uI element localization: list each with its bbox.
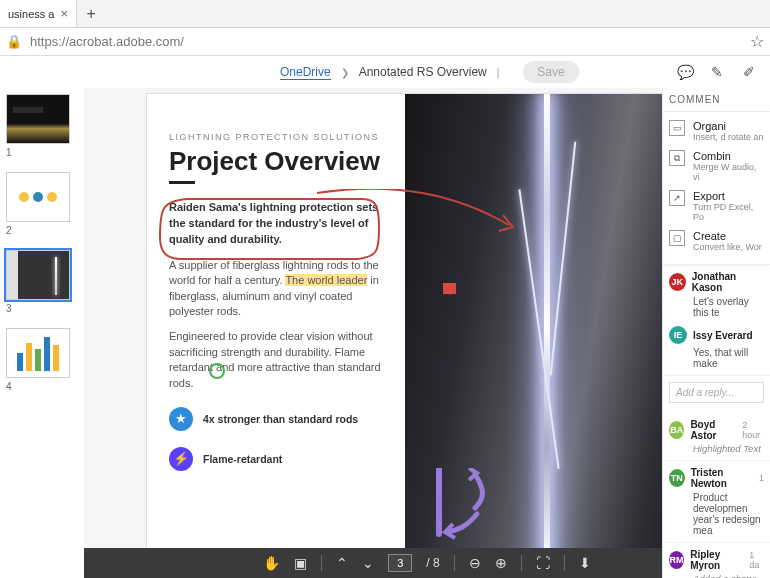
comment-thread[interactable]: JKJonathan Kason Let's overlay this te I…	[663, 265, 770, 376]
create-icon: ▢	[669, 230, 685, 246]
tool-organize[interactable]: ▭OrganiInsert, d rotate an	[663, 116, 770, 146]
download-icon[interactable]: ⬇	[579, 555, 591, 571]
prev-page-icon[interactable]: ⌃	[336, 555, 348, 571]
url-field[interactable]: https://acrobat.adobe.com/	[30, 34, 742, 49]
zoom-out-icon[interactable]: ⊖	[469, 555, 481, 571]
organize-icon: ▭	[669, 120, 685, 136]
eyebrow-text: LIGHTNING PROTECTION SOLUTIONS	[169, 132, 389, 142]
workspace: 1 2 3 4 LIGHTNING PROTECTION SOLUTIONS P…	[0, 88, 770, 578]
body-paragraph: A supplier of fiberglass lightning rods …	[169, 258, 389, 320]
fit-width-icon[interactable]: ⛶	[536, 555, 550, 571]
feature-row: ⚡ Flame-retardant	[169, 447, 389, 471]
avatar: JK	[669, 273, 686, 291]
breadcrumb-root[interactable]: OneDrive	[280, 65, 331, 80]
tool-combine[interactable]: ⧉CombinMerge W audio, vi	[663, 146, 770, 186]
avatar: RM	[669, 551, 684, 569]
avatar: TN	[669, 469, 685, 487]
page-total: / 8	[426, 556, 439, 570]
comment[interactable]: BABoyd Astor2 hour Highlighted Text	[663, 413, 770, 461]
tab-title: usiness a	[8, 8, 54, 20]
close-tab-icon[interactable]: ×	[60, 6, 68, 21]
combine-icon: ⧉	[669, 150, 685, 166]
new-tab-button[interactable]: +	[77, 0, 105, 27]
star-icon: ★	[169, 407, 193, 431]
next-page-icon[interactable]: ⌄	[362, 555, 374, 571]
tool-create[interactable]: ▢CreateConvert like, Wor	[663, 226, 770, 256]
page-title: Project Overview	[169, 146, 389, 177]
browser-tab[interactable]: usiness a ×	[0, 0, 77, 27]
tools-dropdown: ▭OrganiInsert, d rotate an ⧉CombinMerge …	[663, 112, 770, 265]
page-number-input[interactable]	[388, 554, 412, 572]
lead-paragraph: Raiden Sama's lightning protection sets …	[169, 200, 389, 248]
zoom-in-icon[interactable]: ⊕	[495, 555, 507, 571]
lock-icon: 🔒	[6, 34, 22, 49]
favorite-icon[interactable]: ☆	[750, 32, 764, 51]
reply-input[interactable]: Add a reply...	[669, 382, 764, 403]
save-button[interactable]: Save	[523, 61, 578, 83]
hand-tool-icon[interactable]: ✋	[263, 555, 280, 571]
right-panel: COMMEN ▭OrganiInsert, d rotate an ⧉Combi…	[662, 88, 770, 578]
breadcrumb-current: Annotated RS Overview	[359, 65, 487, 79]
highlight-icon[interactable]: ✎	[706, 61, 728, 83]
select-tool-icon[interactable]: ▣	[294, 555, 307, 571]
separator: |	[497, 67, 500, 78]
comment-icon[interactable]: 💬	[674, 61, 696, 83]
document-page: LIGHTNING PROTECTION SOLUTIONS Project O…	[147, 94, 707, 564]
chevron-right-icon: ❯	[341, 67, 349, 78]
app-header: OneDrive ❯ Annotated RS Overview | Save …	[0, 56, 770, 88]
thumbnail[interactable]: 2	[6, 172, 78, 236]
comment[interactable]: TNTristen Newton1 Product developmen yea…	[663, 461, 770, 543]
bolt-icon: ⚡	[169, 447, 193, 471]
draw-icon[interactable]: ✐	[738, 61, 760, 83]
browser-tab-bar: usiness a × +	[0, 0, 770, 28]
stamp-icon	[209, 363, 225, 379]
breadcrumb: OneDrive ❯ Annotated RS Overview | Save	[280, 61, 579, 83]
sticky-note-icon[interactable]	[443, 283, 456, 294]
thumbnail[interactable]: 1	[6, 94, 78, 158]
export-icon: ↗	[669, 190, 685, 206]
thumbnail-panel: 1 2 3 4	[0, 88, 84, 578]
highlighted-text[interactable]: The world leader	[285, 274, 367, 286]
thumbnail[interactable]: 3	[6, 250, 78, 314]
tool-export[interactable]: ↗ExportTurn PD Excel, Po	[663, 186, 770, 226]
comments-header: COMMEN	[663, 88, 770, 112]
avatar: IE	[669, 326, 687, 344]
body-paragraph: Engineered to provide clear vision witho…	[169, 329, 389, 391]
address-bar: 🔒 https://acrobat.adobe.com/ ☆	[0, 28, 770, 56]
avatar: BA	[669, 421, 684, 439]
thumbnail[interactable]: 4	[6, 328, 78, 392]
comment[interactable]: RMRipley Myron1 da Added a shape	[663, 543, 770, 578]
feature-row: ★ 4x stronger than standard rods	[169, 407, 389, 431]
